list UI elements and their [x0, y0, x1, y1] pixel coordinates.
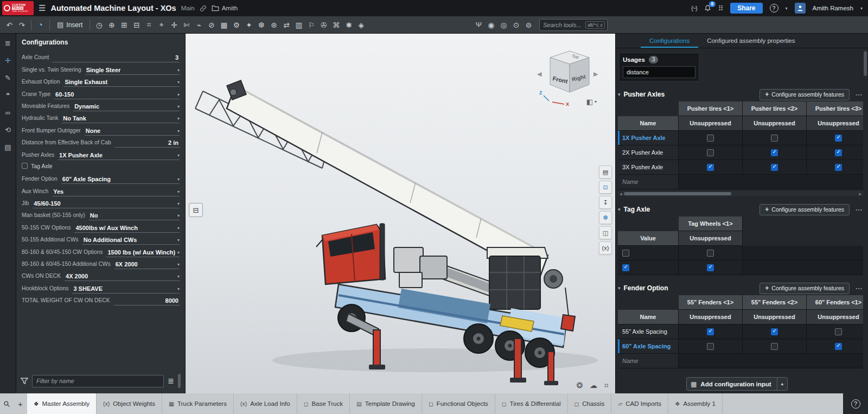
add-configuration-input-button[interactable]: ▦ Add configuration input ▴: [686, 377, 788, 391]
config-value-field[interactable]: 2 in: [115, 139, 180, 148]
rotate-right-icon[interactable]: ▶: [593, 71, 598, 77]
config-value-field[interactable]: 60" Axle Spacing▾: [61, 176, 180, 184]
config-field-50-155-additional-cws[interactable]: 50-155 Additional CWsNo Additional CWs▾: [22, 233, 180, 245]
search-tools-input[interactable]: [543, 22, 585, 28]
notifications-bell-icon[interactable]: 8: [704, 4, 711, 12]
properties-icon[interactable]: ▤: [4, 143, 11, 151]
counterweights[interactable]: [394, 247, 447, 288]
variables-icon[interactable]: (x): [599, 241, 612, 254]
suppression-checkbox[interactable]: [771, 164, 778, 171]
main-menu-icon[interactable]: ☰: [39, 3, 46, 13]
config-field-moveable-features[interactable]: Moveable FeaturesDynamic▾: [22, 99, 180, 111]
tab-master-assembly[interactable]: ❖Master Assembly: [27, 393, 97, 414]
config-value-field[interactable]: 3 SHEAVE▾: [72, 285, 180, 294]
tab-template-drawing[interactable]: ▤Template Drawing: [350, 393, 422, 414]
revolve-icon[interactable]: ⊘: [205, 18, 218, 31]
tab-cad-imports[interactable]: ▱CAD Imports: [611, 393, 668, 414]
config-field-tag-axle[interactable]: Tag Axle: [22, 160, 180, 172]
suppression-checkbox[interactable]: [835, 343, 842, 350]
rotate-left-icon[interactable]: ◀: [537, 71, 542, 77]
snowflake-icon[interactable]: ❆: [599, 211, 612, 224]
tab-object-weights[interactable]: (x)Object Weights: [97, 393, 162, 414]
units-grid-icon[interactable]: ⌗: [604, 381, 609, 390]
relation-icon[interactable]: ⌗: [143, 18, 155, 31]
isolate-icon[interactable]: ⊚: [522, 18, 535, 31]
row-name-cell[interactable]: 60" Axle Spacing: [618, 339, 679, 354]
chevron-up-icon[interactable]: ▴: [777, 378, 787, 390]
parts-list-icon[interactable]: ▤: [599, 165, 612, 179]
config-value-field[interactable]: 60-150▾: [54, 91, 180, 99]
search-tabs-icon[interactable]: [0, 393, 14, 414]
scroll-right-icon[interactable]: ▸: [857, 192, 863, 196]
snap-icon[interactable]: ⌖: [155, 18, 168, 31]
configure-assembly-features-button[interactable]: +Configure assembly features: [760, 283, 850, 294]
feature-icon[interactable]: ✦: [242, 18, 255, 31]
suppression-checkbox[interactable]: [707, 264, 714, 271]
tab-truck-parameters[interactable]: ▦Truck Parameters: [162, 393, 234, 414]
folder-breadcrumb[interactable]: Amith: [212, 5, 238, 11]
search-tools-box[interactable]: alt/⌥ c: [539, 19, 608, 31]
cube-icon[interactable]: ◫: [599, 226, 612, 239]
suppression-checkbox[interactable]: [707, 164, 714, 171]
horizontal-scrollbar[interactable]: ◂▸: [618, 191, 863, 196]
scrollbar-thumb[interactable]: [624, 192, 731, 195]
route-icon[interactable]: ⌁: [193, 18, 205, 31]
more-options-icon[interactable]: ⋯: [853, 284, 865, 292]
suppression-checkbox[interactable]: [707, 250, 714, 257]
config-field-axle-count[interactable]: Axle Count3: [22, 50, 180, 62]
hide-others-icon[interactable]: ◎: [497, 18, 510, 31]
undo-icon[interactable]: ↶: [3, 18, 16, 31]
config-field-distance-from-effective-back-of-cab[interactable]: Distance from Effective Back of Cab2 in: [22, 136, 180, 148]
suppression-checkbox[interactable]: [835, 149, 842, 156]
redo-icon[interactable]: ↷: [16, 18, 28, 31]
suppression-checkbox[interactable]: [707, 343, 714, 350]
config-field-80-160-60-45-150-additional-cws[interactable]: 80-160 & 60/45-150 Additional CWs6X 2000…: [22, 257, 180, 269]
comments-icon[interactable]: ❝: [6, 91, 10, 99]
snowflake-icon[interactable]: ❆: [255, 18, 267, 31]
config-field-aux-winch[interactable]: Aux WinchYes▾: [22, 184, 180, 196]
more-options-icon[interactable]: ⋯: [853, 91, 865, 99]
help-icon[interactable]: ?: [851, 399, 860, 409]
pattern-icon[interactable]: ▦: [218, 18, 230, 31]
follow-mode-icon[interactable]: ∞: [5, 109, 10, 117]
config-value-field[interactable]: Single Exhaust▾: [63, 79, 180, 87]
cloud-icon[interactable]: ☁: [590, 381, 597, 390]
mate-connector-icon[interactable]: ✛: [5, 56, 11, 65]
suppression-checkbox[interactable]: [771, 343, 778, 350]
list-view-icon[interactable]: ≣: [168, 377, 174, 385]
microphone-icon[interactable]: Ψ: [473, 18, 485, 31]
diamond-icon[interactable]: ◈: [355, 18, 367, 31]
chevron-down-icon[interactable]: ▾: [860, 6, 863, 11]
config-value-field[interactable]: No Tank▾: [62, 115, 180, 123]
spool-icon[interactable]: ✇: [317, 18, 330, 31]
config-value-field[interactable]: 8000: [114, 297, 180, 305]
config-field-pusher-axles[interactable]: Pusher Axles1X Pusher Axle▾: [22, 148, 180, 160]
config-field-hydraulic-tank[interactable]: Hydraulic TankNo Tank▾: [22, 111, 180, 123]
3d-viewport[interactable]: ◀ ▶ Top Front Right Z X ◧▾ ▤⊡↧❆◫(x) ❂☁⌗ …: [186, 34, 615, 393]
burst-icon[interactable]: ✱: [342, 18, 355, 31]
orbit-icon[interactable]: ◔: [34, 18, 47, 31]
config-value-field[interactable]: 4500lbs w/ Aux Winch▾: [74, 225, 180, 233]
row-name-cell[interactable]: Name: [618, 354, 679, 368]
panel-tab-configured-assembly-properties[interactable]: Configured assembly properties: [698, 34, 803, 48]
tab-base-truck[interactable]: ◻Base Truck: [297, 393, 350, 414]
config-field-jib[interactable]: Jib45/60-150▾: [22, 196, 180, 208]
more-options-icon[interactable]: ⋯: [853, 206, 865, 214]
appearance-panel-icon[interactable]: ✎: [5, 74, 11, 82]
visibility-toggle-icon[interactable]: ◉: [485, 18, 497, 31]
chevron-down-icon[interactable]: ▾: [618, 207, 621, 212]
suppression-checkbox[interactable]: [707, 135, 714, 142]
hook-block[interactable]: [561, 288, 575, 331]
custom-truck-logo[interactable]: CUSTOM TRUCK ONE SOURCE: [2, 1, 34, 15]
view-options-icon[interactable]: ◧▾: [586, 98, 597, 106]
config-field-hookblock-options[interactable]: Hookblock Options3 SHEAVE▾: [22, 281, 180, 293]
insert-button[interactable]: ▤ Insert: [53, 21, 87, 29]
tab-assembly-1[interactable]: ❖Assembly 1: [668, 393, 723, 414]
config-value-field[interactable]: 45/60-150▾: [33, 200, 180, 208]
config-value-field[interactable]: Single Steer▾: [85, 67, 180, 75]
command-icon[interactable]: ⌘: [330, 18, 342, 31]
row-name-cell[interactable]: 55" Axle Spacing: [618, 324, 679, 339]
suppression-checkbox[interactable]: [835, 135, 842, 142]
avatar[interactable]: [795, 3, 806, 14]
swap-icon[interactable]: ⇄: [280, 18, 292, 31]
